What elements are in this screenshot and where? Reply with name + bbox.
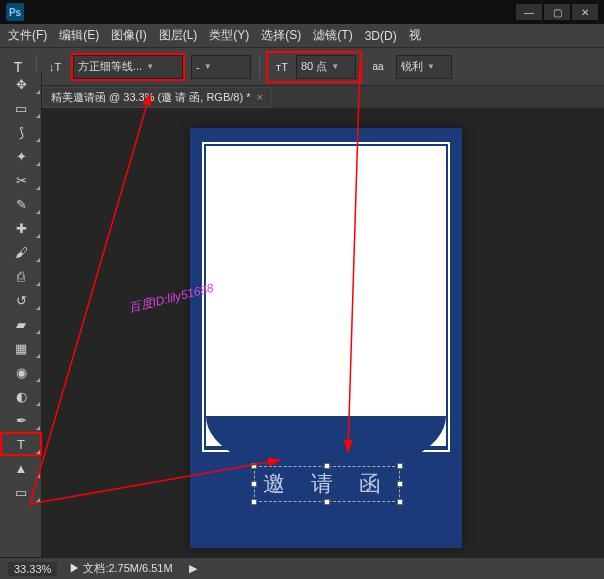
document-tab-title: 精美邀请函 @ 33.3% (邀 请 函, RGB/8) * — [51, 90, 250, 105]
chevron-down-icon: ▼ — [204, 62, 212, 71]
menu-image[interactable]: 图像(I) — [111, 27, 146, 44]
tool-healing[interactable]: ✚ — [0, 216, 42, 240]
menu-filter[interactable]: 滤镜(T) — [313, 27, 352, 44]
handle-tr[interactable] — [397, 463, 403, 469]
tool-marquee[interactable]: ▭ — [0, 96, 42, 120]
shield-shape — [206, 146, 446, 446]
font-size-icon: тT — [272, 61, 292, 73]
tool-history-brush[interactable]: ↺ — [0, 288, 42, 312]
window-controls: — ▢ ✕ — [516, 4, 598, 20]
font-size-value: 80 点 — [301, 59, 327, 74]
zoom-level[interactable]: 33.33% — [8, 562, 57, 576]
chevron-down-icon: ▼ — [331, 62, 339, 71]
canvas-text[interactable]: 邀 请 函 — [254, 466, 400, 502]
font-size-dropdown[interactable]: 80 点 ▼ — [296, 55, 356, 79]
font-family-dropdown[interactable]: 方正细等线... ▼ — [73, 55, 183, 79]
handle-ml[interactable] — [251, 481, 257, 487]
antialias-label: aa — [368, 61, 388, 72]
tool-path-select[interactable]: ▲ — [0, 456, 42, 480]
canvas[interactable]: 邀 请 函 — [190, 128, 462, 548]
chevron-down-icon: ▼ — [146, 62, 154, 71]
menu-type[interactable]: 类型(Y) — [209, 27, 249, 44]
menu-layer[interactable]: 图层(L) — [159, 27, 198, 44]
titlebar: Ps — ▢ ✕ — [0, 0, 604, 24]
document-tab-row: 精美邀请函 @ 33.3% (邀 请 函, RGB/8) * × — [0, 86, 604, 108]
text-orientation-icon[interactable]: ↓T — [45, 61, 65, 73]
menu-edit[interactable]: 编辑(E) — [59, 27, 99, 44]
tool-dodge[interactable]: ◐ — [0, 384, 42, 408]
tool-lasso[interactable]: ⟆ — [0, 120, 42, 144]
maximize-button[interactable]: ▢ — [544, 4, 570, 20]
menu-file[interactable]: 文件(F) — [8, 27, 47, 44]
divider — [259, 55, 260, 79]
doc-size-label: ▶ 文档:2.75M/6.51M — [69, 561, 172, 576]
app-logo: Ps — [6, 3, 24, 21]
font-style-dropdown[interactable]: - ▼ — [191, 55, 251, 79]
chevron-right-icon[interactable]: ▶ — [189, 562, 197, 575]
handle-br[interactable] — [397, 499, 403, 505]
handle-bl[interactable] — [251, 499, 257, 505]
handle-tc[interactable] — [324, 463, 330, 469]
menu-view[interactable]: 视 — [409, 27, 421, 44]
tool-gradient[interactable]: ▦ — [0, 336, 42, 360]
close-button[interactable]: ✕ — [572, 4, 598, 20]
font-family-value: 方正细等线... — [78, 59, 142, 74]
document-tab[interactable]: 精美邀请函 @ 33.3% (邀 请 函, RGB/8) * × — [42, 87, 272, 108]
tool-brush[interactable]: 🖌 — [0, 240, 42, 264]
text-selection[interactable]: 邀 请 函 — [254, 466, 400, 502]
handle-mr[interactable] — [397, 481, 403, 487]
menu-select[interactable]: 选择(S) — [261, 27, 301, 44]
toolbox: ✥▭⟆✦✂✎✚🖌⎙↺▰▦◉◐✒T▲▭ — [0, 72, 42, 557]
tool-stamp[interactable]: ⎙ — [0, 264, 42, 288]
antialias-value: 锐利 — [401, 59, 423, 74]
tool-blur[interactable]: ◉ — [0, 360, 42, 384]
canvas-workspace[interactable]: 邀 请 函 — [42, 108, 604, 557]
close-icon[interactable]: × — [256, 91, 262, 103]
tool-wand[interactable]: ✦ — [0, 144, 42, 168]
tool-type[interactable]: T — [0, 432, 42, 456]
tool-crop[interactable]: ✂ — [0, 168, 42, 192]
antialias-dropdown[interactable]: 锐利 ▼ — [396, 55, 452, 79]
tool-eyedropper[interactable]: ✎ — [0, 192, 42, 216]
tool-eraser[interactable]: ▰ — [0, 312, 42, 336]
statusbar: 33.33% ▶ 文档:2.75M/6.51M ▶ — [0, 557, 604, 579]
minimize-button[interactable]: — — [516, 4, 542, 20]
tool-pen[interactable]: ✒ — [0, 408, 42, 432]
handle-bc[interactable] — [324, 499, 330, 505]
tool-shape[interactable]: ▭ — [0, 480, 42, 504]
tool-move[interactable]: ✥ — [0, 72, 42, 96]
handle-tl[interactable] — [251, 463, 257, 469]
options-bar: T ↓T 方正细等线... ▼ - ▼ тT 80 点 ▼ aa 锐利 ▼ — [0, 48, 604, 86]
font-style-value: - — [196, 61, 200, 73]
menubar: 文件(F) 编辑(E) 图像(I) 图层(L) 类型(Y) 选择(S) 滤镜(T… — [0, 24, 604, 48]
chevron-down-icon: ▼ — [427, 62, 435, 71]
menu-3d[interactable]: 3D(D) — [365, 29, 397, 43]
